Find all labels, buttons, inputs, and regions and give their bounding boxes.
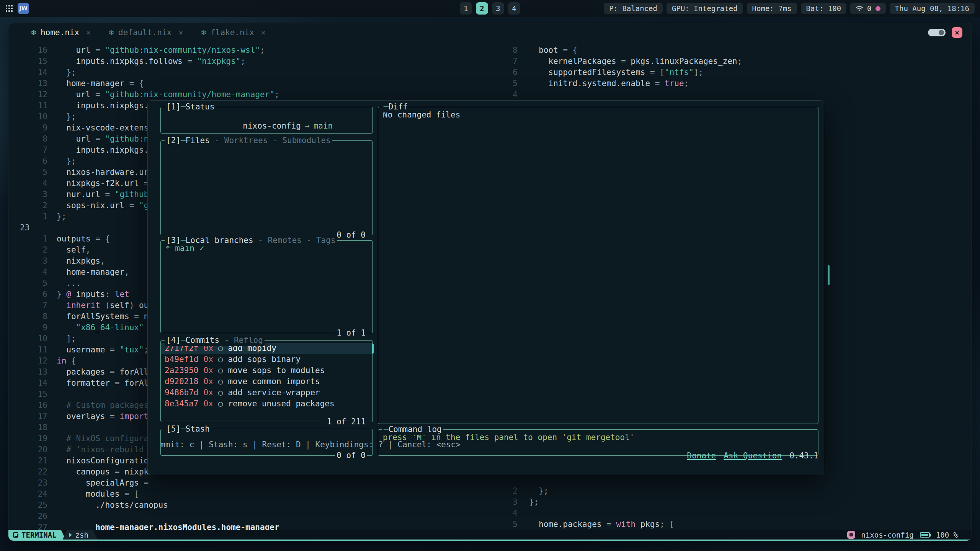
code-token: = {: [563, 46, 578, 55]
tab-bar: ❄home.nix×❄default.nix×❄flake.nix× ×: [8, 23, 972, 42]
code-token: home-manager: [57, 267, 124, 277]
code-token: {: [71, 356, 76, 365]
commits-scrollbar[interactable]: [372, 344, 374, 354]
lazygit-keybar: mmit: c | Stash: s | Reset: D | Keybindi…: [160, 439, 818, 473]
window-close-button[interactable]: ×: [952, 27, 962, 38]
lazygit-files-panel[interactable]: [2]─Files - Worktrees - Submodules 0 of …: [160, 140, 373, 235]
workspace-button-3[interactable]: 3: [492, 2, 504, 15]
code-text: modules = [: [57, 489, 139, 500]
code-token: ];: [57, 334, 76, 343]
diff-content: No changed files: [383, 109, 813, 121]
panel-name: Commits: [186, 335, 220, 346]
code-text: url = "github:nix-community/home-manager…: [57, 89, 279, 100]
code-token: =: [110, 367, 119, 377]
tab-home.nix[interactable]: ❄home.nix×: [31, 28, 91, 37]
commit-row[interactable]: 2a239500x○move sops to modules: [161, 365, 372, 376]
apps-grid-icon[interactable]: [5, 5, 13, 12]
commit-hash: b49ef1d: [165, 354, 199, 365]
panel-name: Command log: [389, 424, 442, 435]
line-number: 8: [495, 45, 518, 56]
line-number: 5: [13, 167, 47, 178]
code-token: home.packages: [529, 520, 606, 529]
code-token: =: [144, 478, 149, 487]
code-token: =: [187, 57, 197, 66]
repo-name: nixos-config: [243, 121, 301, 130]
code-token: ;: [260, 46, 265, 55]
workspace-button-1[interactable]: 1: [460, 2, 472, 15]
logo-badge[interactable]: JW: [18, 3, 29, 14]
commit-message: move sops to modules: [228, 365, 325, 376]
code-token: nur.url: [57, 190, 105, 199]
lazygit-branches-panel[interactable]: [3]─Local branches - Remotes - Tags * ma…: [160, 240, 373, 333]
code-token: # 'nixos-rebuild: [57, 445, 144, 454]
workspace-button-2[interactable]: 2: [476, 2, 488, 15]
line-number: 2: [13, 245, 47, 256]
code-token: ];: [694, 68, 703, 77]
line-number: 27: [13, 522, 47, 530]
line-number: 25: [13, 500, 47, 511]
code-text: specialArgs =: [57, 478, 149, 489]
tab-default.nix[interactable]: ❄default.nix×: [108, 28, 183, 37]
code-token: initrd.systemd.enable: [529, 79, 655, 88]
workspace-button-4[interactable]: 4: [508, 2, 520, 15]
commit-row[interactable]: d9202180x○move common imports: [161, 376, 372, 387]
tab-close-icon[interactable]: ×: [86, 28, 91, 37]
code-token: "github:n: [105, 134, 149, 143]
commit-row[interactable]: 8e345a70x○remove unused packages: [161, 398, 372, 409]
editor-right-top: 8 boot = {7 kernelPackages = pkgs.linuxP…: [495, 45, 972, 100]
code-token: pkgs.linuxPackages_zen: [631, 57, 737, 66]
code-token: ...: [57, 279, 81, 288]
code-token: outputs: [57, 234, 95, 243]
pane-scrollbar[interactable]: [828, 265, 830, 285]
code-token: home-manager.nixosModules.home-manager: [57, 523, 279, 530]
code-token: ./hosts/canopus: [57, 500, 168, 510]
commit-message: move common imports: [228, 376, 320, 387]
lazygit-status-panel[interactable]: [1]─Status nixos-config→main: [160, 107, 373, 134]
statusbar-right: nixos-config 100 %: [847, 531, 972, 539]
lazygit-links: DonateAsk Question0.43.1: [629, 439, 818, 473]
commit-row[interactable]: b49ef1d0x○add sops binary: [161, 354, 372, 365]
line-number: 24: [13, 489, 47, 500]
code-token: inputs: [76, 290, 105, 299]
tab-flake.nix[interactable]: ❄flake.nix×: [201, 28, 266, 37]
tab-close-icon[interactable]: ×: [261, 28, 266, 37]
notification-count: 0: [867, 4, 871, 13]
tab-close-icon[interactable]: ×: [178, 28, 183, 37]
panel-count: 1 of 1: [335, 328, 367, 339]
code-token: sops-nix.url: [57, 201, 129, 210]
panel-number: [1]: [166, 101, 181, 112]
commit-message: add service-wrapper: [228, 387, 320, 398]
border-dash: ─: [181, 335, 186, 346]
lazygit-commits-panel[interactable]: [4]─Commits - Reflog 2717f2f0x○add mopid…: [160, 340, 373, 422]
code-token: canopus: [57, 467, 115, 476]
code-line: 14 };: [13, 67, 490, 78]
border-dash: ─: [181, 424, 186, 435]
code-text: overlays = import: [57, 411, 149, 422]
version-label: 0.43.1: [789, 451, 818, 460]
lazygit-diff-panel[interactable]: ─Diff No changed files: [378, 107, 818, 424]
commit-author: 0x: [204, 365, 213, 376]
code-token: self: [110, 301, 129, 310]
line-number: 10: [13, 111, 47, 122]
line-number: 8: [13, 311, 47, 322]
code-line: 16 url = "github:nix-community/nixos-wsl…: [13, 45, 490, 56]
code-token: = {: [129, 79, 144, 88]
ask-question-link[interactable]: Ask Question: [724, 451, 782, 460]
window-toggle[interactable]: [928, 29, 946, 36]
shell-label: zsh: [75, 531, 88, 539]
status-pill: Bat: 100: [801, 3, 847, 14]
line-number: 4: [495, 89, 518, 100]
code-line: 4: [495, 89, 972, 100]
mode-label: TERMINAL: [21, 531, 57, 539]
code-token: inputs.nixpkgs.: [57, 101, 149, 110]
code-token: =: [95, 46, 105, 55]
code-token: nixpk: [124, 467, 149, 476]
commit-row[interactable]: 9486b7d0x○add service-wrapper: [161, 387, 372, 398]
commit-author: 0x: [204, 387, 213, 398]
terminal-mode-icon: [13, 532, 18, 538]
panel-title: [1]─Status: [165, 101, 216, 112]
shell-badge[interactable]: zsh: [63, 530, 98, 540]
commit-push-icon: ○: [218, 365, 223, 376]
code-line: 6 supportedFilesystems = ["ntfs"];: [495, 67, 972, 78]
donate-link[interactable]: Donate: [687, 451, 716, 460]
